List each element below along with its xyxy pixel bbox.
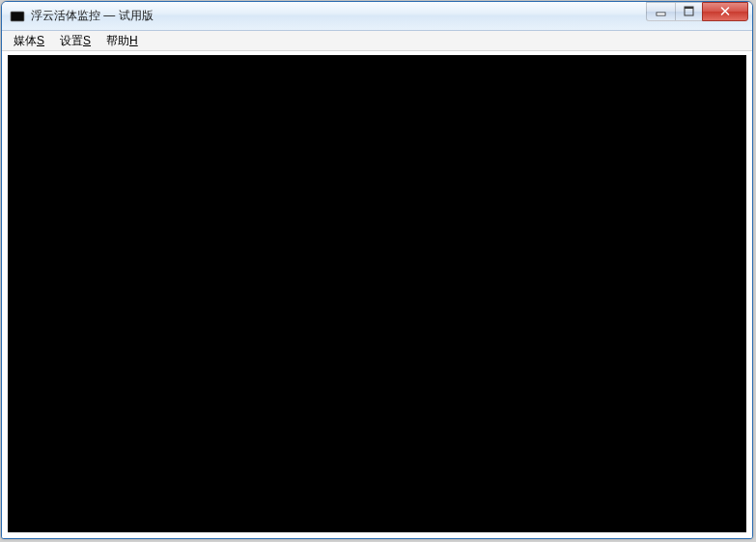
menu-settings[interactable]: 设置S	[52, 31, 98, 51]
menu-help[interactable]: 帮助H	[98, 31, 146, 51]
close-icon	[719, 6, 731, 16]
menu-label: 媒体	[14, 34, 37, 47]
menubar: 媒体S 设置S 帮助H	[2, 31, 752, 51]
content-area	[2, 51, 752, 538]
minimize-icon	[656, 6, 666, 16]
menu-accelerator: S	[83, 34, 91, 47]
maximize-button[interactable]	[675, 2, 702, 21]
menu-label: 设置	[60, 34, 83, 47]
maximize-icon	[684, 6, 694, 16]
menu-media[interactable]: 媒体S	[6, 31, 52, 51]
window-title: 浮云活体监控 — 试用版	[31, 8, 646, 24]
window-controls	[646, 7, 748, 26]
app-window: 浮云活体监控 — 试用版 媒体S	[1, 1, 753, 539]
close-button[interactable]	[702, 2, 748, 21]
svg-rect-1	[12, 13, 23, 20]
menu-label: 帮助	[106, 34, 129, 47]
menu-accelerator: S	[37, 34, 44, 47]
menu-accelerator: H	[129, 34, 138, 47]
titlebar[interactable]: 浮云活体监控 — 试用版	[2, 2, 752, 31]
app-icon	[10, 9, 25, 24]
minimize-button[interactable]	[646, 2, 675, 21]
svg-rect-3	[658, 14, 665, 15]
svg-rect-5	[685, 7, 693, 9]
video-canvas	[8, 55, 746, 532]
